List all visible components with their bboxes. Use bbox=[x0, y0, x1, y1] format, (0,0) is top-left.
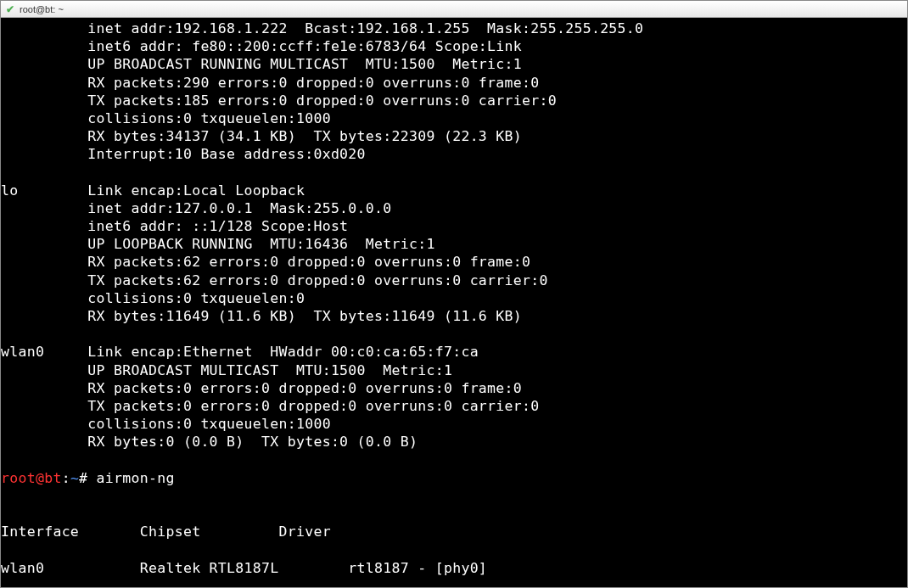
terminal-output[interactable]: inet addr:192.168.1.222 Bcast:192.168.1.… bbox=[1, 18, 907, 587]
titlebar[interactable]: ✔ root@bt: ~ bbox=[1, 1, 907, 18]
window-title: root@bt: ~ bbox=[20, 4, 64, 14]
ifconfig-line: RX packets:0 errors:0 dropped:0 overruns… bbox=[1, 380, 522, 396]
ifconfig-line: UP BROADCAST MULTICAST MTU:1500 Metric:1 bbox=[1, 362, 452, 378]
ifconfig-line: inet addr:192.168.1.222 Bcast:192.168.1.… bbox=[1, 20, 643, 36]
ifconfig-line: UP BROADCAST RUNNING MULTICAST MTU:1500 … bbox=[1, 56, 522, 72]
ifconfig-line: RX bytes:0 (0.0 B) TX bytes:0 (0.0 B) bbox=[1, 434, 418, 450]
prompt-user: root@bt bbox=[1, 470, 62, 486]
ifconfig-line: wlan0 Link encap:Ethernet HWaddr 00:c0:c… bbox=[1, 344, 479, 360]
ifconfig-line: TX packets:185 errors:0 dropped:0 overru… bbox=[1, 92, 557, 109]
prompt-colon: : bbox=[62, 470, 70, 486]
airmon-header: Interface Chipset Driver bbox=[1, 524, 331, 540]
ifconfig-line: TX packets:0 errors:0 dropped:0 overruns… bbox=[1, 398, 540, 414]
ifconfig-line: inet6 addr: ::1/128 Scope:Host bbox=[1, 218, 348, 234]
ifconfig-line: RX packets:62 errors:0 dropped:0 overrun… bbox=[1, 254, 530, 270]
command-text: airmon-ng bbox=[97, 470, 175, 486]
ifconfig-line: RX bytes:34137 (34.1 KB) TX bytes:22309 … bbox=[1, 128, 522, 144]
ifconfig-line: RX packets:290 errors:0 dropped:0 overru… bbox=[1, 75, 540, 91]
terminal-window: ✔ root@bt: ~ inet addr:192.168.1.222 Bca… bbox=[0, 0, 908, 588]
ifconfig-line: inet6 addr: fe80::200:ccff:fe1e:6783/64 … bbox=[1, 38, 522, 54]
airmon-row: wlan0 Realtek RTL8187L rtl8187 - [phy0] bbox=[1, 560, 487, 576]
ifconfig-line: TX packets:62 errors:0 dropped:0 overrun… bbox=[1, 272, 548, 288]
checkmark-icon: ✔ bbox=[4, 3, 16, 15]
ifconfig-line: lo Link encap:Local Loopback bbox=[1, 182, 305, 199]
ifconfig-line: RX bytes:11649 (11.6 KB) TX bytes:11649 … bbox=[1, 308, 522, 324]
ifconfig-line: collisions:0 txqueuelen:1000 bbox=[1, 416, 331, 432]
ifconfig-line: collisions:0 txqueuelen:0 bbox=[1, 290, 305, 306]
prompt-hash: # bbox=[79, 470, 96, 486]
ifconfig-line: collisions:0 txqueuelen:1000 bbox=[1, 110, 331, 126]
ifconfig-line: Interrupt:10 Base address:0xd020 bbox=[1, 146, 366, 162]
ifconfig-line: inet addr:127.0.0.1 Mask:255.0.0.0 bbox=[1, 200, 392, 216]
prompt-path: ~ bbox=[70, 470, 79, 486]
ifconfig-line: UP LOOPBACK RUNNING MTU:16436 Metric:1 bbox=[1, 236, 435, 252]
